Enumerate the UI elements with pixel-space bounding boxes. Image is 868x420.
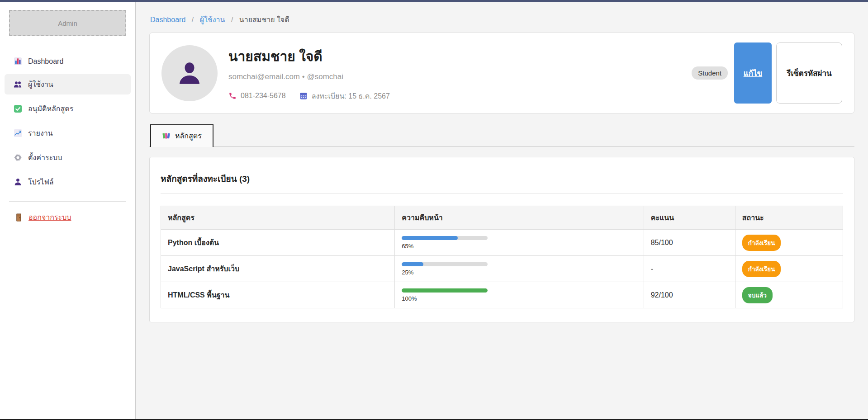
- main-content: Dashboard / ผู้ใช้งาน / นายสมชาย ใจดี นา…: [136, 2, 868, 419]
- course-name: JavaScript สำหรับเว็บ: [161, 256, 395, 282]
- avatar: [161, 45, 218, 101]
- phone-icon: [228, 92, 237, 100]
- sidebar-item-approve-courses[interactable]: อนุมัติหลักสูตร: [5, 99, 131, 119]
- course-progress-cell: 100%: [395, 282, 644, 308]
- status-badge: จบแล้ว: [742, 287, 773, 303]
- progress-fill: [402, 236, 458, 240]
- logout-label: ออกจากระบบ: [28, 212, 71, 223]
- header-score: คะแนน: [644, 206, 735, 230]
- sidebar-item-label: ผู้ใช้งาน: [28, 79, 53, 90]
- profile-card: นายสมชาย ใจดี somchai@email.com • @somch…: [149, 33, 854, 113]
- card-divider: [161, 193, 843, 194]
- course-score: 85/100: [644, 230, 735, 256]
- sidebar-menu: Dashboard ผู้ใช้งาน อนุมัติหลักสูตร รายง…: [0, 52, 135, 192]
- report-chart-icon: [14, 129, 22, 137]
- course-score: -: [644, 256, 735, 282]
- profile-registered: ลงทะเบียน: 15 ธ.ค. 2567: [312, 90, 390, 102]
- courses-title: หลักสูตรที่ลงทะเบียน (3): [161, 172, 843, 185]
- header-progress: ความคืบหน้า: [395, 206, 644, 230]
- table-header-row: หลักสูตร ความคืบหน้า คะแนน สถานะ: [161, 206, 843, 230]
- course-row: HTML/CSS พื้นฐาน 100% 92/100 จบแล้ว: [161, 282, 843, 308]
- logout-link[interactable]: ออกจากระบบ: [0, 212, 135, 223]
- sidebar-item-settings[interactable]: ตั้งค่าระบบ: [5, 147, 131, 168]
- progress-fill: [402, 288, 488, 293]
- role-badge: Student: [692, 66, 728, 80]
- course-status-cell: จบแล้ว: [735, 282, 843, 308]
- sidebar-item-users[interactable]: ผู้ใช้งาน: [5, 74, 131, 94]
- header-status: สถานะ: [735, 206, 843, 230]
- app-logo-label: Admin: [58, 19, 77, 27]
- courses-table: หลักสูตร ความคืบหน้า คะแนน สถานะ Python …: [161, 206, 843, 308]
- course-row: JavaScript สำหรับเว็บ 25% - กำลังเรียน: [161, 256, 843, 282]
- progress-fill: [402, 262, 423, 266]
- breadcrumb-separator: /: [231, 16, 233, 24]
- sidebar-item-label: ตั้งค่าระบบ: [28, 152, 62, 163]
- sidebar-item-reports[interactable]: รายงาน: [5, 123, 131, 143]
- breadcrumb-link-users[interactable]: ผู้ใช้งาน: [200, 16, 225, 24]
- breadcrumb-separator: /: [192, 16, 194, 24]
- progress-label: 25%: [402, 269, 636, 276]
- course-progress-cell: 65%: [395, 230, 644, 256]
- calendar-icon: [299, 92, 308, 100]
- books-icon: [162, 132, 171, 140]
- course-status-cell: กำลังเรียน: [735, 256, 843, 282]
- course-score: 92/100: [644, 282, 735, 308]
- app-logo: Admin: [9, 10, 126, 36]
- progress-bar: [402, 262, 488, 266]
- profile-phone: 081-234-5678: [241, 92, 286, 100]
- person-silhouette-icon: [174, 58, 205, 89]
- profile-info: นายสมชาย ใจดี somchai@email.com • @somch…: [228, 45, 390, 102]
- breadcrumb-link-dashboard[interactable]: Dashboard: [150, 16, 185, 24]
- sidebar-item-label: Dashboard: [28, 57, 63, 66]
- progress-bar: [402, 236, 488, 240]
- approve-check-icon: [14, 104, 22, 113]
- profile-email: somchai@email.com • @somchai: [228, 72, 390, 81]
- sidebar-item-label: อนุมัติหลักสูตร: [28, 103, 73, 114]
- sidebar-item-profile[interactable]: โปรไฟล์: [5, 172, 131, 192]
- header-course: หลักสูตร: [161, 206, 395, 230]
- profile-person-icon: [14, 178, 22, 186]
- tab-courses-label: หลักสูตร: [175, 130, 202, 142]
- profile-name: นายสมชาย ใจดี: [228, 46, 390, 67]
- status-badge: กำลังเรียน: [742, 261, 781, 277]
- sidebar: Admin Dashboard ผู้ใช้งาน อนุมัติหลักสูต…: [0, 2, 136, 419]
- gear-icon: [14, 153, 22, 162]
- course-name: HTML/CSS พื้นฐาน: [161, 282, 395, 308]
- sidebar-divider: [9, 201, 126, 202]
- course-name: Python เบื้องต้น: [161, 230, 395, 256]
- profile-phone-item: 081-234-5678: [228, 92, 286, 100]
- users-icon: [14, 80, 22, 89]
- profile-registered-item: ลงทะเบียน: 15 ธ.ค. 2567: [299, 90, 390, 102]
- profile-actions: Student แก้ไข รีเซ็ตรหัสผ่าน: [692, 42, 842, 104]
- progress-label: 65%: [402, 243, 636, 250]
- dashboard-icon: [14, 57, 22, 66]
- door-icon: [14, 213, 23, 222]
- course-progress-cell: 25%: [395, 256, 644, 282]
- edit-button[interactable]: แก้ไข: [734, 42, 772, 104]
- tab-courses[interactable]: หลักสูตร: [150, 124, 213, 147]
- course-row: Python เบื้องต้น 65% 85/100 กำลังเรียน: [161, 230, 843, 256]
- sidebar-item-dashboard[interactable]: Dashboard: [5, 52, 131, 70]
- progress-bar: [402, 288, 488, 293]
- courses-card: หลักสูตรที่ลงทะเบียน (3) หลักสูตร ความคื…: [149, 157, 854, 322]
- status-badge: กำลังเรียน: [742, 235, 781, 251]
- tab-bar: หลักสูตร: [149, 124, 854, 147]
- breadcrumb-current: นายสมชาย ใจดี: [239, 16, 289, 24]
- breadcrumb: Dashboard / ผู้ใช้งาน / นายสมชาย ใจดี: [150, 14, 854, 25]
- profile-meta: 081-234-5678 ลงทะเบียน: 15 ธ.ค. 2567: [228, 90, 390, 102]
- sidebar-item-label: โปรไฟล์: [28, 176, 54, 188]
- course-status-cell: กำลังเรียน: [735, 230, 843, 256]
- sidebar-item-label: รายงาน: [28, 127, 53, 139]
- reset-password-button[interactable]: รีเซ็ตรหัสผ่าน: [776, 42, 842, 104]
- progress-label: 100%: [402, 295, 636, 302]
